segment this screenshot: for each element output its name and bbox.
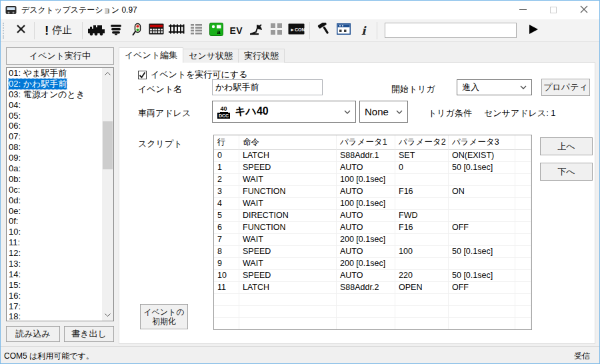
table-row[interactable]: 9WAIT200 [0.1sec] <box>214 258 531 270</box>
tab-exec-status[interactable]: 実行状態 <box>238 49 285 63</box>
toolbar-separator <box>377 22 377 39</box>
table-row[interactable]: 1SPEEDAUTO050 [0.1sec] <box>214 162 531 174</box>
table-row[interactable]: 11LATCHS88Addr.2OPENOFF <box>214 282 531 294</box>
info-button[interactable]: i <box>353 21 373 40</box>
table-row[interactable]: 7WAIT200 [0.1sec] <box>214 234 531 246</box>
list-item[interactable]: 04: <box>7 100 102 111</box>
chevron-down-icon <box>396 110 403 114</box>
list-item[interactable]: 0c: <box>7 185 102 195</box>
table-cell: 0 <box>395 162 449 174</box>
list-item[interactable]: 09: <box>7 153 102 163</box>
event-button[interactable]: EV <box>226 21 246 40</box>
export-button[interactable]: 書き出し <box>64 326 114 342</box>
status-message: COM5 は利用可能です。 <box>4 351 94 362</box>
table-cell: 100 [0.1sec] <box>337 174 395 186</box>
move-down-button[interactable]: 下へ <box>540 163 593 181</box>
list-item[interactable]: 11: <box>7 237 102 248</box>
table-row[interactable] <box>214 306 531 318</box>
minimize-button[interactable] <box>507 1 538 19</box>
list-item[interactable]: 0a: <box>7 163 102 174</box>
table-cell <box>395 294 449 306</box>
table-row[interactable] <box>214 318 531 330</box>
table-row[interactable]: 4WAIT100 [0.1sec] <box>214 198 531 210</box>
list-item[interactable]: 16: <box>7 291 102 301</box>
none-select[interactable]: None <box>359 101 408 123</box>
console-button[interactable]: ►CON <box>286 21 306 40</box>
table-row[interactable]: 8SPEEDAUTO10050 [0.1sec] <box>214 246 531 258</box>
locomotive-button[interactable] <box>86 21 106 40</box>
tools-button[interactable] <box>313 21 333 40</box>
table-row[interactable]: 6FUNCTIONAUTOF16OFF <box>214 222 531 234</box>
event-list[interactable]: 01: やま駅手前02: かわ駅手前03: 電源オンのとき04:05:06:07… <box>6 67 114 321</box>
scroll-down-icon[interactable] <box>102 309 113 321</box>
turnout-icon <box>109 23 123 38</box>
command-input[interactable] <box>385 23 517 38</box>
column-header: 行 <box>214 135 239 150</box>
table-cell <box>395 234 449 246</box>
event-running-button[interactable]: イベント実行中 <box>6 47 114 65</box>
init-event-button[interactable]: イベントの 初期化 <box>140 304 188 329</box>
dcc-keyboard-button[interactable] <box>146 21 166 40</box>
table-row[interactable]: 2WAIT100 [0.1sec] <box>214 174 531 186</box>
list-button[interactable] <box>186 21 206 40</box>
dcc-keyboard-icon <box>149 23 164 37</box>
scrollbar-thumb[interactable] <box>103 121 113 169</box>
table-row[interactable]: 0LATCHS88Addr.1SETON(EXIST) <box>214 150 531 162</box>
list-item[interactable]: 0b: <box>7 174 102 185</box>
window-title: デスクトップステーション 0.97 <box>21 5 137 16</box>
list-item[interactable]: 10: <box>7 227 102 237</box>
table-row[interactable]: 3FUNCTIONAUTOF16ON <box>214 186 531 198</box>
tab-event-edit[interactable]: イベント編集 <box>119 47 183 63</box>
list-item[interactable]: 14: <box>7 269 102 280</box>
table-row[interactable] <box>214 294 531 306</box>
event-name-input[interactable] <box>212 79 323 95</box>
column-header: 命令 <box>239 135 337 150</box>
list-item[interactable]: 12: <box>7 248 102 259</box>
list-item[interactable]: 17: <box>7 301 102 312</box>
list-item[interactable]: 08: <box>7 142 102 153</box>
track-button[interactable] <box>166 21 186 40</box>
vehicle-select[interactable]: 40 DCC キハ40 <box>212 101 356 123</box>
event-list-scrollbar[interactable] <box>102 68 113 321</box>
tab-sensor-status[interactable]: センサ状態 <box>183 49 239 63</box>
list-item[interactable]: 0f: <box>7 216 102 227</box>
app-train-icon <box>5 5 17 15</box>
list-item[interactable]: 02: かわ駅手前 <box>7 79 102 89</box>
move-up-button[interactable]: 上へ <box>540 137 593 155</box>
vehicle-address-label: 車両アドレス <box>138 107 191 119</box>
turnout-button[interactable] <box>106 21 126 40</box>
list-item[interactable]: 01: やま駅手前 <box>7 68 102 79</box>
table-row[interactable]: 5DIRECTIONAUTOFWD <box>214 210 531 222</box>
script-table[interactable]: 行命令パラメータ1パラメータ2パラメータ30LATCHS88Addr.1SETO… <box>213 135 532 330</box>
window-layout-button[interactable] <box>333 21 353 40</box>
list-item[interactable]: 05: <box>7 111 102 121</box>
list-item[interactable]: 0d: <box>7 195 102 206</box>
list-item[interactable]: 03: 電源オンのとき <box>7 89 102 100</box>
table-cell: 100 <box>395 246 449 258</box>
emergency-stop-button[interactable]: ! 停止 <box>38 21 79 40</box>
scroll-up-icon[interactable] <box>102 68 113 79</box>
load-button[interactable]: 読み込み <box>6 326 60 342</box>
list-item[interactable]: 18: <box>7 311 102 321</box>
table-cell <box>395 258 449 270</box>
grid-icon <box>271 23 282 37</box>
list-item[interactable]: 07: <box>7 131 102 142</box>
antenna-button[interactable] <box>246 21 266 40</box>
property-button[interactable]: プロパティ <box>541 79 590 96</box>
list-item[interactable]: 13: <box>7 259 102 269</box>
list-item[interactable]: 06: <box>7 121 102 131</box>
list-item[interactable]: 15: <box>7 280 102 291</box>
exit-button[interactable] <box>11 21 31 40</box>
none-value: None <box>365 106 389 117</box>
table-row[interactable]: 10SPEEDAUTO22050 [0.1sec] <box>214 270 531 282</box>
signal-button[interactable] <box>126 21 146 40</box>
table-cell <box>515 318 531 330</box>
toolbar-grip[interactable] <box>3 23 5 39</box>
close-button[interactable] <box>569 1 599 19</box>
start-trigger-select[interactable]: 進入 <box>457 79 532 95</box>
s88-module-button[interactable]: a <box>206 21 226 40</box>
table-cell <box>515 186 531 198</box>
list-item[interactable]: 0e: <box>7 206 102 217</box>
grid-button[interactable] <box>266 21 286 40</box>
run-button[interactable] <box>523 21 543 40</box>
